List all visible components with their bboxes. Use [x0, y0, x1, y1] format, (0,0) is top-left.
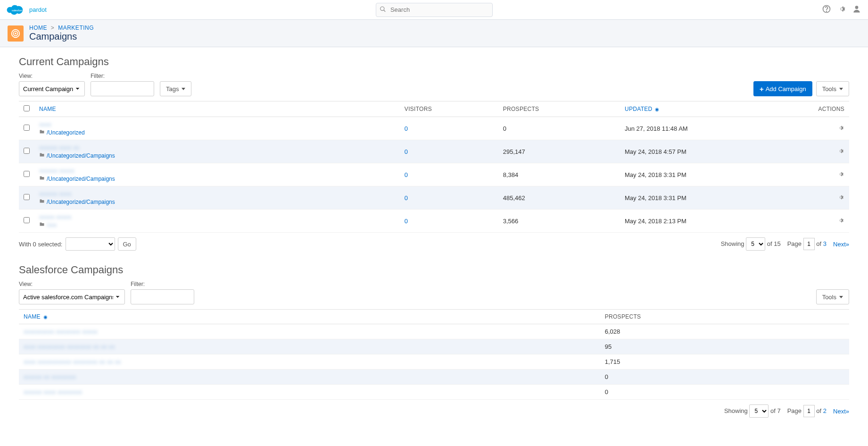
svg-text:salesforce: salesforce	[12, 8, 24, 11]
svg-point-8	[15, 33, 16, 34]
sf-page-label: Page	[787, 407, 802, 414]
showing-total: of 15	[767, 240, 781, 247]
table-row: xxxx xxxxxxxxx xxxxxxxx xx xx xx95	[19, 339, 849, 354]
salesforce-campaigns-section: Salesforce Campaigns View: Active salesf…	[19, 264, 849, 418]
sf-column-name[interactable]: NAME ◉	[19, 310, 600, 324]
page-label: Page	[787, 240, 802, 247]
sf-campaign-name-link[interactable]: xxxxxx xxxx xxxxxxxx	[24, 388, 82, 396]
view-label: View:	[19, 73, 85, 79]
prospects-value: 8,384	[503, 171, 519, 178]
row-checkbox[interactable]	[24, 171, 30, 177]
prospects-value: 295,147	[503, 148, 525, 155]
sf-page-total-link[interactable]: 2	[823, 407, 827, 414]
page-input[interactable]	[803, 238, 815, 250]
sf-column-prospects[interactable]: PROSPECTS	[600, 310, 849, 324]
row-actions-gear-icon[interactable]	[837, 217, 844, 226]
updated-value: May 24, 2018 2:13 PM	[625, 218, 686, 225]
visitors-link[interactable]: 0	[405, 194, 408, 202]
sf-page-size-select[interactable]: 5	[749, 404, 769, 418]
page-title: Campaigns	[29, 31, 94, 42]
table-row: xxxxxx xx xxxxxxxx0	[19, 370, 849, 385]
updated-value: May 24, 2018 3:31 PM	[625, 194, 686, 202]
select-all-checkbox[interactable]	[24, 105, 30, 111]
visitors-link[interactable]: 0	[405, 125, 408, 132]
salesforce-cloud-icon: salesforce	[7, 3, 26, 17]
campaign-name-link[interactable]: xxxxxx xxxxx	[39, 167, 395, 174]
sf-showing-label: Showing	[724, 407, 748, 414]
sort-descending-icon: ◉	[655, 107, 659, 112]
row-checkbox[interactable]	[24, 194, 30, 200]
sf-campaign-name-link[interactable]: xxxxxx xx xxxxxxxx	[24, 373, 76, 380]
sf-prospects-value: 1,715	[605, 358, 620, 365]
help-icon[interactable]	[822, 4, 831, 15]
folder-path-link[interactable]: /Uncategorized	[47, 129, 85, 136]
column-updated[interactable]: UPDATED ◉	[620, 101, 814, 117]
section-title-sf: Salesforce Campaigns	[19, 264, 849, 276]
sf-prospects-value: 0	[605, 388, 608, 396]
table-row: xxxxxx xxxxx/Uncategorized/Campaigns08,3…	[19, 163, 849, 186]
sf-campaign-name-link[interactable]: xxxx xxxxxxxxxxx xxxxxxxx xx xx xx	[24, 358, 121, 365]
next-page-link[interactable]: Next»	[833, 241, 849, 248]
folder-path-link[interactable]: /Uncategorized/Campaigns	[47, 176, 115, 182]
page-total-link[interactable]: 3	[823, 240, 827, 247]
campaign-name-link[interactable]: xxxxxx xxxx xx	[39, 144, 395, 151]
visitors-link[interactable]: 0	[405, 171, 408, 178]
user-icon[interactable]	[852, 4, 861, 15]
sf-next-page-link[interactable]: Next»	[833, 408, 849, 415]
folder-path-link[interactable]: /xxx	[47, 222, 57, 228]
sf-page-input[interactable]	[803, 405, 815, 417]
folder-icon	[39, 221, 45, 228]
settings-icon[interactable]	[837, 4, 846, 15]
breadcrumb-marketing[interactable]: MARKETING	[58, 25, 94, 31]
svg-point-4	[827, 11, 827, 12]
add-campaign-button[interactable]: +Add Campaign	[753, 81, 812, 96]
chevron-down-icon	[839, 296, 843, 298]
campaign-name-link[interactable]: xxxxx xxxxx	[39, 213, 395, 220]
row-checkbox[interactable]	[24, 217, 30, 223]
table-row: xxxx/Uncategorized00Jun 27, 2018 11:48 A…	[19, 117, 849, 140]
sf-campaigns-table: NAME ◉ PROSPECTS xxxxxxxxxx xxxxxxxx xxx…	[19, 309, 849, 400]
updated-value: May 24, 2018 3:31 PM	[625, 171, 686, 178]
go-button[interactable]: Go	[118, 237, 136, 251]
logo[interactable]: salesforce pardot	[7, 3, 47, 17]
sf-campaign-name-link[interactable]: xxxxxxxxxx xxxxxxxx xxxxx	[24, 328, 98, 335]
row-actions-gear-icon[interactable]	[837, 124, 844, 133]
sf-prospects-value: 6,028	[605, 328, 620, 335]
row-actions-gear-icon[interactable]	[837, 147, 844, 156]
chevron-down-icon	[839, 88, 843, 90]
folder-path-link[interactable]: /Uncategorized/Campaigns	[47, 199, 115, 205]
breadcrumb-home[interactable]: HOME	[29, 25, 47, 31]
column-visitors[interactable]: VISITORS	[400, 101, 498, 117]
sf-filter-input[interactable]	[131, 289, 194, 304]
table-row: xxxxxx xxxx xx/Uncategorized/Campaigns02…	[19, 140, 849, 163]
sf-view-select[interactable]: Active salesforce.com Campaigns	[19, 289, 125, 304]
row-checkbox[interactable]	[24, 148, 30, 154]
bulk-action-select[interactable]	[66, 237, 115, 251]
filter-label: Filter:	[91, 73, 154, 79]
table-row: xxxx xxxxxxxxxxx xxxxxxxx xx xx xx1,715	[19, 354, 849, 370]
row-checkbox[interactable]	[24, 125, 30, 131]
view-select[interactable]: Current Campaigns	[19, 81, 85, 96]
column-name[interactable]: NAME	[34, 101, 400, 117]
column-prospects[interactable]: PROSPECTS	[498, 101, 620, 117]
page-size-select[interactable]: 5	[746, 237, 765, 251]
search-input[interactable]	[376, 3, 493, 17]
row-actions-gear-icon[interactable]	[837, 170, 844, 179]
sf-tools-button[interactable]: Tools	[816, 289, 849, 304]
visitors-link[interactable]: 0	[405, 148, 408, 155]
tags-button[interactable]: Tags	[160, 81, 191, 96]
with-selected-label: With 0 selected:	[19, 241, 63, 248]
campaign-name-link[interactable]: xxxx	[39, 121, 395, 128]
header-bar: salesforce pardot	[0, 0, 868, 20]
campaign-name-link[interactable]: xxxxxx xxxx	[39, 190, 395, 197]
filter-input[interactable]	[91, 81, 154, 96]
row-actions-gear-icon[interactable]	[837, 194, 844, 202]
visitors-link[interactable]: 0	[405, 218, 408, 225]
svg-point-1	[380, 7, 384, 10]
sf-campaign-name-link[interactable]: xxxx xxxxxxxxx xxxxxxxx xx xx xx	[24, 343, 115, 350]
table-row: xxxxxxxxxx xxxxxxxx xxxxx6,028	[19, 324, 849, 339]
table-row: xxxxxx xxxx/Uncategorized/Campaigns0485,…	[19, 186, 849, 210]
tools-button[interactable]: Tools	[816, 81, 849, 96]
updated-value: Jun 27, 2018 11:48 AM	[625, 125, 688, 132]
folder-path-link[interactable]: /Uncategorized/Campaigns	[47, 152, 115, 159]
